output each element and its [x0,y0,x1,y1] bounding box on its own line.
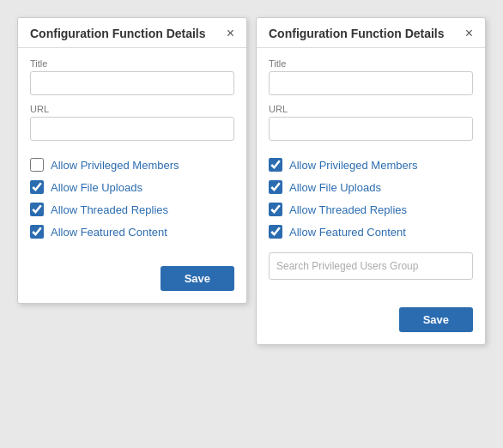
dialog-1-allow-featured-checkbox[interactable] [30,225,44,239]
dialog-2-allow-file-checkbox-wrapper [269,180,282,194]
dialog-1-footer: Save [18,259,246,303]
dialog-2-allow-featured-checkbox[interactable] [269,225,282,239]
dialog-2-allow-featured-checkbox-wrapper [269,225,282,239]
dialog-2-url-label: URL [269,104,473,114]
dialog-2-close-button[interactable]: × [465,27,473,40]
dialog-2-body: Title URL Allow Privileged Members Allow… [257,48,485,300]
dialog-1-title: Configuration Function Details [30,27,206,40]
dialog-2: Configuration Function Details × Title U… [256,17,486,345]
dialog-1-allow-featured-checkbox-wrapper [30,225,44,239]
dialog-1-title-label: Title [30,58,234,69]
dialog-1-close-button[interactable]: × [227,27,234,40]
dialog-1-allow-file-checkbox[interactable] [30,180,44,194]
dialog-2-title-field: Title [269,58,473,95]
dialog-2-allow-featured-label[interactable]: Allow Featured Content [289,226,406,239]
dialog-2-allow-file-checkbox[interactable] [269,180,282,194]
dialog-2-allow-privileged-row: Allow Privileged Members [269,158,473,172]
dialog-1-allow-threaded-label[interactable]: Allow Threaded Replies [51,203,168,216]
dialog-2-url-input[interactable] [269,117,473,141]
dialog-1-title-input[interactable] [30,71,234,95]
dialog-1-url-label: URL [30,104,234,114]
dialog-2-header: Configuration Function Details × [257,18,485,48]
dialog-1-allow-file-label[interactable]: Allow File Uploads [51,181,142,194]
dialog-2-allow-featured-row: Allow Featured Content [269,225,473,239]
dialog-2-title-input[interactable] [269,71,473,95]
dialog-1-title-field: Title [30,58,234,95]
dialog-2-footer: Save [257,300,485,344]
dialog-1-allow-privileged-row: Allow Privileged Members [30,158,234,172]
dialog-2-allow-privileged-label[interactable]: Allow Privileged Members [289,159,418,172]
dialog-2-allow-privileged-checkbox-wrapper [269,158,282,172]
dialog-1-save-button[interactable]: Save [161,266,234,291]
dialog-1-body: Title URL Allow Privileged Members Allow… [18,48,246,259]
dialog-1-url-field: URL [30,104,234,141]
dialog-2-allow-threaded-row: Allow Threaded Replies [269,203,473,216]
dialog-1-allow-threaded-checkbox[interactable] [30,203,44,216]
dialog-2-title: Configuration Function Details [269,27,445,40]
dialog-2-allow-file-row: Allow File Uploads [269,180,473,194]
dialog-2-allow-file-label[interactable]: Allow File Uploads [289,181,381,194]
dialog-2-url-field: URL [269,104,473,141]
dialog-1-allow-file-checkbox-wrapper [30,180,44,194]
dialog-1-allow-threaded-row: Allow Threaded Replies [30,203,234,216]
dialog-1-allow-privileged-checkbox[interactable] [30,158,44,172]
dialog-1-allow-featured-label[interactable]: Allow Featured Content [51,226,167,239]
dialog-1-allow-file-row: Allow File Uploads [30,180,234,194]
dialog-1-allow-featured-row: Allow Featured Content [30,225,234,239]
dialog-1: Configuration Function Details × Title U… [17,17,247,304]
dialog-2-title-label: Title [269,58,473,69]
dialog-1-url-input[interactable] [30,117,234,141]
dialog-2-allow-threaded-label[interactable]: Allow Threaded Replies [289,203,407,216]
dialog-1-allow-privileged-label[interactable]: Allow Privileged Members [51,159,179,172]
dialog-2-allow-threaded-checkbox[interactable] [269,203,282,216]
dialog-2-allow-privileged-checkbox[interactable] [269,158,282,172]
dialog-1-header: Configuration Function Details × [18,18,246,48]
dialog-2-allow-threaded-checkbox-wrapper [269,203,282,216]
dialog-2-save-button[interactable]: Save [399,307,473,332]
dialog-1-allow-privileged-checkbox-wrapper [30,158,44,172]
dialog-1-allow-threaded-checkbox-wrapper [30,203,44,216]
search-privileged-users-input[interactable] [269,252,473,280]
